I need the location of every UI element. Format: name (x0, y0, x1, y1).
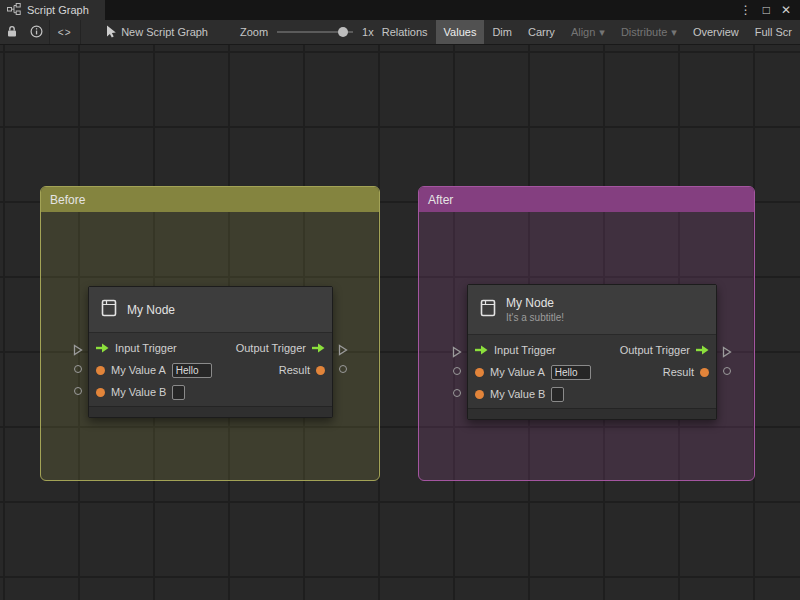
info-icon (30, 25, 43, 40)
node-subtitle: It's a subtitle! (506, 312, 564, 323)
port-row-value-b: My Value B (89, 381, 332, 403)
unit-icon (478, 298, 498, 322)
value-b-port[interactable]: My Value B (96, 385, 185, 400)
ext-port-value-a[interactable] (74, 365, 82, 373)
lock-icon (6, 25, 18, 40)
new-script-graph-icon (106, 25, 117, 40)
zoom-slider-handle[interactable] (338, 27, 348, 37)
ext-port-result[interactable] (723, 367, 731, 375)
zoom-slider[interactable] (277, 31, 353, 33)
graph-canvas[interactable]: Before After My (0, 45, 800, 600)
value-a-input[interactable] (172, 363, 212, 378)
node-header[interactable]: My Node It's a subtitle! (468, 285, 716, 335)
ext-port-output-trigger[interactable] (338, 342, 348, 360)
node-title: My Node (506, 296, 564, 310)
graph-name-label: New Script Graph (121, 26, 208, 38)
value-a-input[interactable] (551, 365, 591, 380)
fullscreen-button[interactable]: Full Scr (747, 20, 800, 44)
tab-bar: Script Graph ⋮ □ ✕ (0, 0, 800, 20)
output-trigger-label: Output Trigger (236, 342, 306, 354)
distribute-dropdown[interactable]: Distribute ▾ (613, 20, 685, 44)
node-my-node-after[interactable]: My Node It's a subtitle! Input Trigger O… (467, 284, 717, 420)
close-icon[interactable]: ✕ (781, 4, 791, 16)
node-title: My Node (127, 303, 175, 317)
ext-port-value-b[interactable] (453, 389, 461, 397)
output-trigger-label: Output Trigger (620, 344, 690, 356)
toolbar-separator (80, 20, 81, 44)
node-ports: Input Trigger Output Trigger My Value A … (468, 335, 716, 408)
kebab-menu-icon[interactable]: ⋮ (740, 4, 752, 16)
tab-script-graph[interactable]: Script Graph (0, 0, 105, 20)
script-graph-icon (7, 3, 21, 17)
distribute-label: Distribute (621, 26, 667, 38)
value-a-label: My Value A (490, 366, 545, 378)
lock-button[interactable] (0, 20, 24, 44)
node-my-node-before[interactable]: My Node Input Trigger Output Trigger (88, 286, 333, 418)
ext-port-result[interactable] (339, 365, 347, 373)
port-row-trigger: Input Trigger Output Trigger (89, 337, 332, 359)
value-port-icon (475, 390, 484, 399)
overview-button[interactable]: Overview (685, 20, 747, 44)
group-before-header[interactable]: Before (41, 187, 379, 212)
graph-breadcrumb[interactable]: New Script Graph (98, 20, 216, 44)
toolbar-right-group: Relations Values Dim Carry Align ▾ Distr… (374, 20, 800, 44)
align-label: Align (571, 26, 595, 38)
input-trigger-port[interactable]: Input Trigger (96, 342, 177, 354)
value-a-label: My Value A (111, 364, 166, 376)
tab-bar-spacer (105, 0, 740, 20)
input-trigger-port[interactable]: Input Trigger (475, 344, 556, 356)
ext-port-input-trigger[interactable] (452, 344, 462, 362)
result-label: Result (279, 364, 310, 376)
port-row-trigger: Input Trigger Output Trigger (468, 339, 716, 361)
maximize-icon[interactable]: □ (763, 4, 770, 16)
align-dropdown[interactable]: Align ▾ (563, 20, 613, 44)
result-port[interactable]: Result (663, 366, 709, 378)
relations-button[interactable]: Relations (374, 20, 436, 44)
unit-icon (99, 298, 119, 322)
value-b-label: My Value B (490, 388, 545, 400)
group-after-header[interactable]: After (419, 187, 754, 212)
edit-source-button[interactable]: <> (50, 20, 80, 44)
group-after-title: After (428, 193, 453, 207)
inspect-button[interactable] (24, 20, 49, 44)
zoom-value: 1x (362, 26, 374, 38)
output-trigger-port[interactable]: Output Trigger (620, 344, 709, 356)
value-a-port[interactable]: My Value A (475, 365, 591, 380)
port-row-value-a: My Value A Result (89, 359, 332, 381)
ext-port-value-a[interactable] (453, 367, 461, 375)
value-b-input[interactable] (172, 385, 185, 400)
node-ports: Input Trigger Output Trigger My Value A … (89, 333, 332, 406)
input-trigger-label: Input Trigger (115, 342, 177, 354)
zoom-label: Zoom (240, 26, 268, 38)
value-port-icon (475, 368, 484, 377)
ext-port-input-trigger[interactable] (73, 342, 83, 360)
flow-arrow-icon (96, 343, 109, 353)
chevron-down-icon: ▾ (599, 26, 605, 39)
ext-port-value-b[interactable] (74, 387, 82, 395)
flow-arrow-icon (475, 345, 488, 355)
dim-button[interactable]: Dim (484, 20, 520, 44)
node-header[interactable]: My Node (89, 287, 332, 333)
values-button[interactable]: Values (436, 20, 485, 44)
graph-toolbar: <> New Script Graph Zoom 1x Relations Va… (0, 20, 800, 45)
node-footer (468, 408, 716, 419)
unity-script-graph-window: Script Graph ⋮ □ ✕ <> (0, 0, 800, 600)
ext-port-output-trigger[interactable] (722, 344, 732, 362)
group-before-title: Before (50, 193, 85, 207)
code-icon: <> (58, 27, 72, 38)
tab-title: Script Graph (27, 4, 89, 16)
value-b-port[interactable]: My Value B (475, 387, 564, 402)
carry-button[interactable]: Carry (520, 20, 563, 44)
port-row-value-a: My Value A Result (468, 361, 716, 383)
value-a-port[interactable]: My Value A (96, 363, 212, 378)
output-trigger-port[interactable]: Output Trigger (236, 342, 325, 354)
zoom-control: Zoom 1x (240, 26, 374, 38)
value-port-icon (316, 366, 325, 375)
value-b-label: My Value B (111, 386, 166, 398)
node-footer (89, 406, 332, 417)
result-port[interactable]: Result (279, 364, 325, 376)
flow-arrow-icon (312, 343, 325, 353)
window-controls: ⋮ □ ✕ (740, 0, 800, 20)
result-label: Result (663, 366, 694, 378)
value-b-input[interactable] (551, 387, 564, 402)
